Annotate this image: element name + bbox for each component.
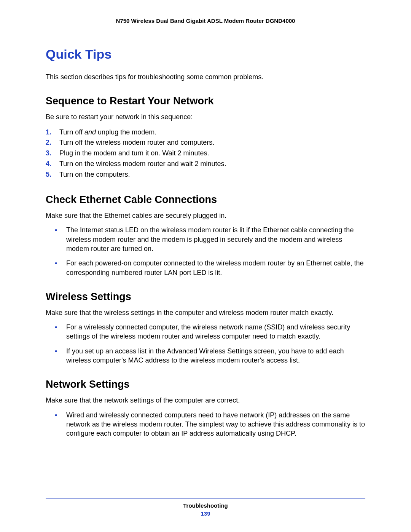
list-item: 1. Turn off and unplug the modem. — [46, 127, 365, 138]
list-text-post: unplug the modem. — [96, 128, 156, 136]
page-footer: Troubleshooting 139 — [46, 498, 365, 517]
wireless-list: For a wirelessly connected computer, the… — [46, 323, 365, 365]
document-page: N750 Wireless Dual Band Gigabit ADSL Mod… — [0, 0, 411, 532]
list-number: 1. — [46, 127, 51, 138]
list-number: 4. — [46, 159, 51, 169]
ethernet-list: The Internet status LED on the wireless … — [46, 225, 365, 277]
list-number: 2. — [46, 137, 51, 148]
intro-paragraph: This section describes tips for troubles… — [46, 72, 365, 81]
heading-wireless: Wireless Settings — [46, 291, 365, 303]
list-text: Turn off the wireless modem router and c… — [59, 139, 214, 146]
list-item: 5. Turn on the computers. — [46, 169, 365, 180]
lead-ethernet: Make sure that the Ethernet cables are s… — [46, 211, 365, 220]
page-title: Quick Tips — [46, 47, 365, 62]
footer-section: Troubleshooting — [46, 502, 365, 509]
list-item: 4. Turn on the wireless modem router and… — [46, 159, 365, 169]
footer-page-number: 139 — [46, 510, 365, 517]
list-item: The Internet status LED on the wireless … — [46, 225, 365, 253]
heading-network: Network Settings — [46, 379, 365, 390]
document-header: N750 Wireless Dual Band Gigabit ADSL Mod… — [46, 18, 365, 24]
list-text: Turn on the wireless modem router and wa… — [59, 160, 226, 168]
list-item: For a wirelessly connected computer, the… — [46, 323, 365, 341]
lead-restart: Be sure to restart your network in this … — [46, 112, 365, 121]
list-item: If you set up an access list in the Adva… — [46, 347, 365, 365]
lead-network: Make sure that the network settings of t… — [46, 396, 365, 405]
list-number: 5. — [46, 169, 51, 180]
list-item: For each powered-on computer connected t… — [46, 259, 365, 277]
heading-ethernet: Check Ethernet Cable Connections — [46, 194, 365, 206]
list-item: 2. Turn off the wireless modem router an… — [46, 137, 365, 148]
restart-list: 1. Turn off and unplug the modem. 2. Tur… — [46, 127, 365, 180]
list-text: Turn on the computers. — [59, 171, 130, 178]
list-item: Wired and wirelessly connected computers… — [46, 411, 365, 438]
network-list: Wired and wirelessly connected computers… — [46, 411, 365, 438]
lead-wireless: Make sure that the wireless settings in … — [46, 308, 365, 317]
list-number: 3. — [46, 148, 51, 159]
list-text-pre: Turn off — [59, 128, 84, 136]
heading-restart: Sequence to Restart Your Network — [46, 95, 365, 107]
list-text-em: and — [84, 128, 96, 136]
list-text: Plug in the modem and turn it on. Wait 2… — [59, 149, 209, 157]
list-item: 3. Plug in the modem and turn it on. Wai… — [46, 148, 365, 159]
